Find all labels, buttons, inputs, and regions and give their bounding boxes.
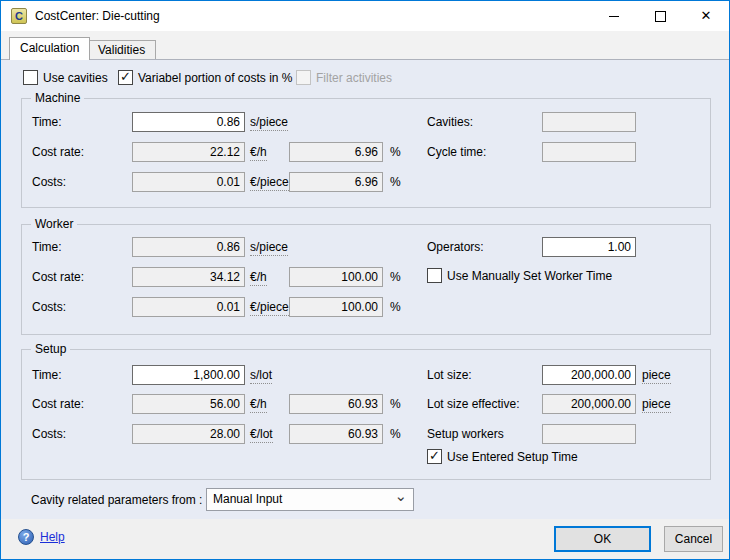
button-bar: ? Help OK Cancel [1, 518, 729, 559]
setup-time-label: Time: [32, 368, 62, 382]
use-manual-worker-time-label: Use Manually Set Worker Time [447, 269, 612, 283]
cavities-field [542, 112, 636, 132]
machine-costs-percent-field [289, 172, 383, 192]
maximize-button[interactable] [637, 1, 683, 31]
use-cavities-label: Use cavities [43, 71, 108, 85]
chevron-down-icon: ⌄ [394, 487, 407, 505]
worker-time-field [132, 237, 245, 257]
machine-time-unit: s/piece [250, 115, 288, 131]
app-icon: C [11, 8, 27, 24]
setup-workers-field [542, 424, 636, 444]
window-title: CostCenter: Die-cutting [35, 9, 160, 23]
percent-label: % [390, 270, 401, 284]
minimize-button[interactable] [591, 1, 637, 31]
setup-group: Setup Time: s/lot Cost rate: €/h % Costs… [21, 349, 711, 480]
setup-cost-rate-label: Cost rate: [32, 397, 84, 411]
worker-time-unit: s/piece [250, 240, 288, 256]
calculation-tab-page: ✓ Use cavities ✓ Variabel portion of cos… [1, 59, 729, 519]
machine-cost-rate-unit: €/h [250, 145, 267, 161]
setup-costs-field [132, 424, 245, 444]
cavities-label: Cavities: [427, 115, 473, 129]
checkmark-icon: ✓ [429, 448, 440, 463]
setup-time-input[interactable] [132, 365, 245, 385]
percent-label: % [390, 300, 401, 314]
machine-group-title: Machine [31, 91, 84, 105]
worker-costs-label: Costs: [32, 300, 66, 314]
setup-costs-label: Costs: [32, 427, 66, 441]
ok-button[interactable]: OK [554, 526, 651, 552]
help-link[interactable]: Help [40, 530, 65, 544]
cavity-source-dropdown[interactable]: Manual Input ⌄ [206, 488, 414, 511]
lot-size-input[interactable] [542, 365, 636, 385]
setup-costs-percent-field [289, 424, 383, 444]
setup-time-unit: s/lot [250, 368, 272, 384]
machine-cost-rate-field [132, 142, 245, 162]
machine-cost-rate-label: Cost rate: [32, 145, 84, 159]
variabel-portion-label: Variabel portion of costs in % [138, 71, 293, 85]
tab-strip: Calculation Validities [1, 31, 729, 59]
use-entered-setup-time-label: Use Entered Setup Time [447, 450, 578, 464]
worker-costs-field [132, 297, 245, 317]
tab-calculation[interactable]: Calculation [9, 37, 90, 60]
worker-costs-unit: €/piece [250, 300, 289, 316]
machine-cost-rate-percent-field [289, 142, 383, 162]
cavity-source-label: Cavity related parameters from : [31, 493, 202, 507]
setup-cost-rate-percent-field [289, 394, 383, 414]
lot-size-effective-unit: piece [642, 397, 671, 413]
cycle-time-label: Cycle time: [427, 145, 486, 159]
percent-label: % [390, 175, 401, 189]
variabel-portion-checkbox[interactable]: ✓ [118, 70, 133, 85]
maximize-icon [655, 11, 666, 22]
cycle-time-field [542, 142, 636, 162]
worker-costs-percent-field [289, 297, 383, 317]
worker-group: Worker Time: s/piece Cost rate: €/h % Co… [21, 224, 711, 335]
worker-time-label: Time: [32, 240, 62, 254]
cancel-button[interactable]: Cancel [664, 526, 723, 552]
machine-group: Machine Time: s/piece Cost rate: €/h % C… [21, 98, 711, 208]
titlebar: C CostCenter: Die-cutting ✕ [1, 1, 729, 31]
worker-cost-rate-percent-field [289, 267, 383, 287]
setup-costs-unit: €/lot [250, 427, 273, 443]
use-manual-worker-time-checkbox[interactable]: ✓ [427, 268, 442, 283]
percent-label: % [390, 427, 401, 441]
machine-costs-field [132, 172, 245, 192]
close-button[interactable]: ✕ [683, 1, 729, 31]
checkmark-icon: ✓ [120, 69, 131, 84]
worker-cost-rate-field [132, 267, 245, 287]
operators-input[interactable] [542, 237, 636, 257]
use-cavities-checkbox[interactable]: ✓ [23, 70, 38, 85]
setup-group-title: Setup [31, 342, 70, 356]
machine-time-label: Time: [32, 115, 62, 129]
help-icon[interactable]: ? [18, 529, 34, 545]
use-entered-setup-time-checkbox[interactable]: ✓ [427, 449, 442, 464]
percent-label: % [390, 145, 401, 159]
cavity-source-value: Manual Input [213, 492, 282, 506]
setup-cost-rate-unit: €/h [250, 397, 267, 413]
setup-cost-rate-field [132, 394, 245, 414]
minimize-icon [609, 16, 619, 17]
worker-group-title: Worker [31, 217, 77, 231]
machine-time-input[interactable] [132, 112, 245, 132]
percent-label: % [390, 397, 401, 411]
tab-validities[interactable]: Validities [87, 40, 156, 59]
close-icon: ✕ [701, 8, 712, 23]
lot-size-effective-field [542, 394, 636, 414]
lot-size-label: Lot size: [427, 368, 472, 382]
lot-size-effective-label: Lot size effective: [427, 397, 520, 411]
operators-label: Operators: [427, 240, 484, 254]
worker-cost-rate-unit: €/h [250, 270, 267, 286]
lot-size-unit: piece [642, 368, 671, 384]
filter-activities-checkbox: ✓ [296, 70, 311, 85]
machine-costs-label: Costs: [32, 175, 66, 189]
setup-workers-label: Setup workers [427, 427, 504, 441]
worker-cost-rate-label: Cost rate: [32, 270, 84, 284]
filter-activities-label: Filter activities [316, 71, 392, 85]
machine-costs-unit: €/piece [250, 175, 289, 191]
costcenter-dialog: C CostCenter: Die-cutting ✕ Calculation … [0, 0, 730, 560]
